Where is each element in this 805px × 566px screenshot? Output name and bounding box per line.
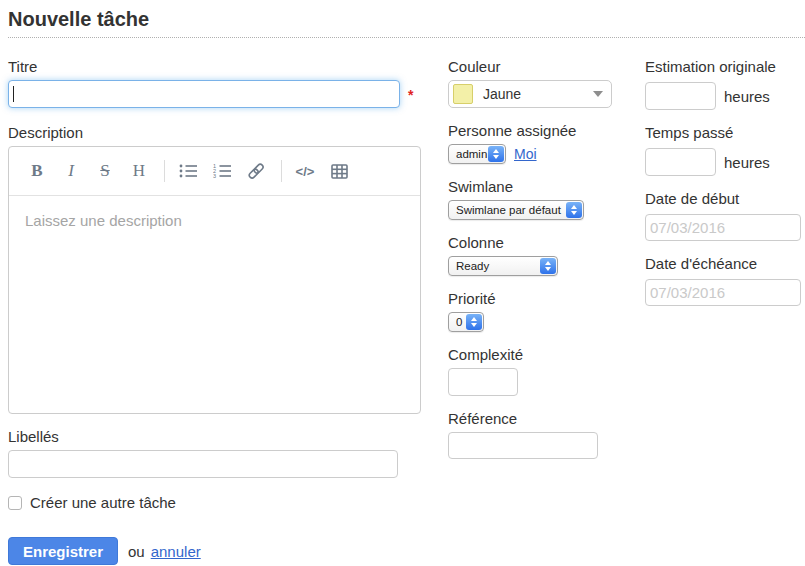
ordered-list-icon[interactable]: 1 2 3 <box>211 158 233 184</box>
description-editor: B I S H 1 2 <box>8 146 421 414</box>
strikethrough-icon[interactable]: S <box>94 158 116 184</box>
reference-input[interactable] <box>448 432 598 459</box>
description-textarea[interactable]: Laissez une description <box>9 196 420 413</box>
middle-column: Couleur Jaune Personne assignée admin Mo… <box>448 58 645 473</box>
table-icon[interactable] <box>328 158 350 184</box>
tags-label: Libellés <box>8 428 448 446</box>
hours-suffix: heures <box>724 88 770 105</box>
assignee-value: admin <box>456 148 487 160</box>
color-dropdown[interactable]: Jaune <box>448 80 612 108</box>
complexity-input[interactable] <box>448 368 518 396</box>
start-date-label: Date de début <box>645 190 805 208</box>
required-asterisk: * <box>408 87 413 103</box>
select-stepper-icon <box>488 146 504 162</box>
estimate-row: heures <box>645 82 805 110</box>
color-swatch-yellow <box>453 84 473 104</box>
bullet-list-icon[interactable] <box>177 158 199 184</box>
description-label: Description <box>8 124 448 142</box>
editor-toolbar: B I S H 1 2 <box>9 147 420 196</box>
bold-icon[interactable]: B <box>26 158 48 184</box>
page-header: Nouvelle tâche <box>8 8 805 38</box>
left-column: Titre * Description B I S H <box>8 58 448 565</box>
code-icon[interactable]: </> <box>294 158 316 184</box>
link-icon[interactable] <box>245 158 267 184</box>
priority-label: Priorité <box>448 290 645 308</box>
priority-select[interactable]: 0 <box>448 312 484 332</box>
color-label: Couleur <box>448 58 645 76</box>
estimate-input[interactable] <box>645 82 716 110</box>
hours-suffix: heures <box>724 154 770 171</box>
estimate-label: Estimation originale <box>645 58 805 76</box>
select-stepper-icon <box>466 314 482 330</box>
text-caret <box>13 86 14 102</box>
complexity-label: Complexité <box>448 346 645 364</box>
time-spent-label: Temps passé <box>645 124 805 142</box>
page-title: Nouvelle tâche <box>8 8 805 37</box>
right-column: Estimation originale heures Temps passé … <box>645 58 805 320</box>
priority-value: 0 <box>456 316 462 328</box>
swimlane-select[interactable]: Swimlane par défaut <box>448 200 584 220</box>
chevron-down-icon <box>593 91 603 97</box>
assignee-label: Personne assignée <box>448 122 645 140</box>
new-task-page: Nouvelle tâche Titre * Description B I S… <box>0 0 805 565</box>
time-spent-row: heures <box>645 148 805 176</box>
start-date-input[interactable] <box>645 214 801 241</box>
svg-text:3: 3 <box>213 173 216 179</box>
create-another-row: Créer une autre tâche <box>8 494 448 511</box>
toolbar-separator <box>281 160 282 182</box>
toolbar-separator <box>164 160 165 182</box>
create-another-label: Créer une autre tâche <box>30 494 176 511</box>
title-input[interactable] <box>8 80 400 108</box>
assignee-row: admin Moi <box>448 144 645 164</box>
column-value: Ready <box>456 260 489 272</box>
column-select[interactable]: Ready <box>448 256 558 276</box>
tags-input[interactable] <box>8 450 398 478</box>
form-actions: Enregistrer ou annuler <box>8 537 448 565</box>
time-spent-input[interactable] <box>645 148 716 176</box>
form-columns: Titre * Description B I S H <box>8 38 805 565</box>
due-date-label: Date d'échéance <box>645 255 805 273</box>
heading-icon[interactable]: H <box>128 158 150 184</box>
description-placeholder: Laissez une description <box>25 212 182 229</box>
assignee-select[interactable]: admin <box>448 144 506 164</box>
select-stepper-icon <box>566 202 582 218</box>
title-label: Titre <box>8 58 448 76</box>
save-button[interactable]: Enregistrer <box>8 537 118 565</box>
cancel-link[interactable]: annuler <box>151 543 201 560</box>
title-row: * <box>8 80 448 108</box>
select-stepper-icon <box>540 258 556 274</box>
swimlane-label: Swimlane <box>448 178 645 196</box>
italic-icon[interactable]: I <box>60 158 82 184</box>
or-text: ou <box>128 543 145 560</box>
due-date-input[interactable] <box>645 279 801 306</box>
column-label: Colonne <box>448 234 645 252</box>
create-another-checkbox[interactable] <box>8 496 22 510</box>
assign-me-link[interactable]: Moi <box>514 146 537 162</box>
color-value: Jaune <box>483 86 593 102</box>
swimlane-value: Swimlane par défaut <box>456 204 561 216</box>
reference-label: Référence <box>448 410 645 428</box>
